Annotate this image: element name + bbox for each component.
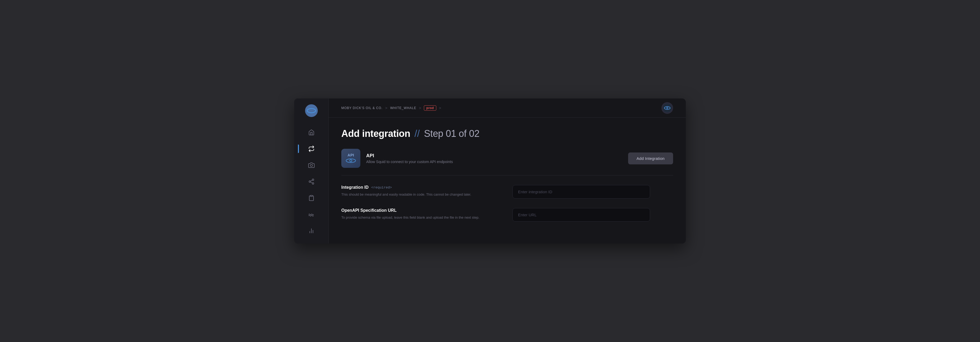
form-id-required: <required> [371,186,392,189]
sidebar-item-chart[interactable] [302,223,321,238]
svg-point-3 [310,110,312,111]
breadcrumb-sep-1: > [385,106,388,110]
sidebar-item-home[interactable] [302,125,321,140]
form-section-url: OpenAPI Specification URL To provide sch… [341,208,673,221]
svg-point-20 [350,160,352,161]
page-body: Add integration // Step 01 of 02 API [329,118,686,243]
svg-point-4 [310,164,312,167]
page-title: Add integration [341,128,410,139]
api-label: API [347,153,354,157]
breadcrumb-env[interactable]: prod [424,105,436,111]
integration-text: API Allow Squid to connect to your custo… [366,153,453,164]
sidebar-item-integrations[interactable] [302,142,321,156]
sidebar-item-nodes[interactable] [302,174,321,189]
breadcrumb-sep-2: > [419,106,421,110]
svg-rect-10 [310,196,312,196]
openapi-url-input[interactable] [512,208,650,221]
page-step: Step 01 of 02 [424,128,480,139]
sidebar-nav [294,125,328,238]
integration-card: API API Allow Squid to connect to your c… [341,149,673,175]
page-title-row: Add integration // Step 01 of 02 [341,128,673,139]
form-url-label-col: OpenAPI Specification URL To provide sch… [341,208,507,221]
form-url-input-col [507,208,673,221]
form-id-label: Integration ID <required> [341,185,496,190]
form-id-label-text: Integration ID [341,185,369,190]
breadcrumb: MOBY DICK'S OIL & CO. > WHITE_WHALE > pr… [341,105,441,111]
main-content: MOBY DICK'S OIL & CO. > WHITE_WHALE > pr… [329,99,686,243]
form-id-description: This should be meaningful and easily rea… [341,192,496,197]
user-avatar[interactable] [662,102,673,114]
breadcrumb-company: MOBY DICK'S OIL & CO. [341,106,383,110]
page-title-sep: // [415,128,420,139]
header: MOBY DICK'S OIL & CO. > WHITE_WHALE > pr… [329,99,686,118]
form-id-label-col: Integration ID <required> This should be… [341,185,507,197]
app-logo[interactable] [304,104,318,118]
integration-name: API [366,153,453,159]
sidebar-item-clipboard[interactable] [302,191,321,205]
add-integration-button[interactable]: Add Integration [628,153,673,164]
form-url-label: OpenAPI Specification URL [341,208,496,213]
form-url-label-text: OpenAPI Specification URL [341,208,397,213]
integration-info: API API Allow Squid to connect to your c… [341,149,453,168]
integration-icon: API [341,149,360,168]
form-section-id: Integration ID <required> This should be… [341,185,673,199]
breadcrumb-sep-3: > [439,106,441,110]
header-right [662,102,673,114]
app-window: MOBY DICK'S OIL & CO. > WHITE_WHALE > pr… [294,99,686,243]
sidebar [294,99,329,243]
form-id-input-col [507,185,673,199]
integration-id-input[interactable] [512,185,650,199]
svg-line-8 [310,182,312,183]
breadcrumb-project: WHITE_WHALE [390,106,417,110]
sidebar-item-waves[interactable] [302,207,321,222]
integration-description: Allow Squid to connect to your custom AP… [366,160,453,164]
sidebar-item-camera[interactable] [302,158,321,173]
form-url-description: To provide schema via file upload, leave… [341,215,496,221]
svg-line-9 [310,180,312,181]
svg-point-17 [667,108,668,108]
